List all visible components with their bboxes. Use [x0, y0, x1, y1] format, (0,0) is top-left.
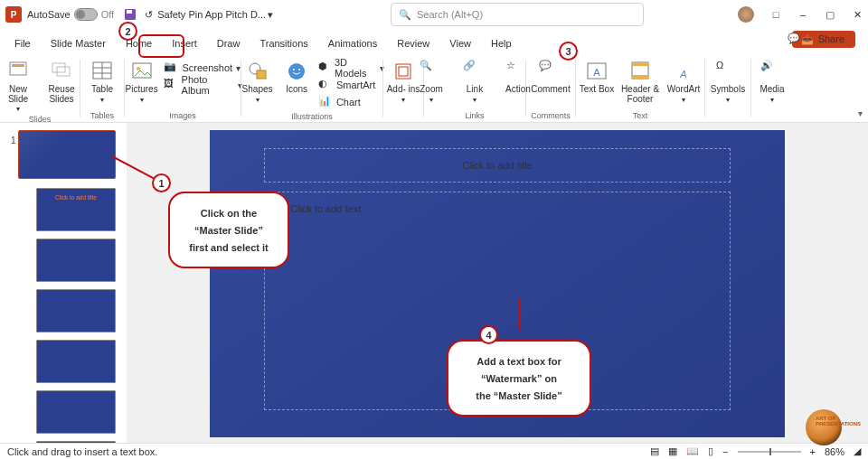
wordart-button[interactable]: AWordArt▾ [664, 58, 703, 104]
search-input[interactable]: 🔍 Search (Alt+Q) [391, 3, 644, 26]
menu-transitions[interactable]: Transitions [258, 34, 309, 54]
svg-rect-18 [399, 67, 408, 76]
slide-number: 1 [11, 136, 16, 145]
3d-models-button[interactable]: ⬢3D Models ▾ [318, 60, 384, 76]
zoom-in-icon[interactable]: + [810, 446, 816, 457]
header-footer-button[interactable]: Header & Footer [620, 58, 660, 104]
watermark-logo: ART OFPRESENTATIONS [787, 408, 861, 446]
svg-point-11 [137, 67, 140, 70]
photo-album-button[interactable]: 🖼Photo Album ▾ [164, 77, 242, 93]
menu-animations[interactable]: Animations [326, 34, 379, 54]
view-slideshow-icon[interactable]: ▯ [708, 445, 713, 457]
svg-rect-23 [632, 75, 648, 79]
layout-thumb-5[interactable] [36, 390, 116, 434]
autosave-state: Off [101, 9, 114, 20]
annotation-badge-4: 4 [479, 325, 498, 344]
ribbon-display-icon[interactable]: □ [770, 9, 781, 20]
autosave-label: AutoSave [27, 9, 71, 20]
media-button[interactable]: 🔊Media▾ [752, 58, 792, 104]
minimize-icon[interactable]: – [797, 9, 808, 20]
group-label-images: Images [169, 109, 196, 120]
zoom-out-icon[interactable]: − [722, 446, 728, 457]
annotation-badge-1: 1 [152, 173, 171, 192]
group-label-links: Links [465, 109, 484, 120]
text-box-button[interactable]: AText Box [577, 58, 617, 95]
document-title[interactable]: Safety Pin App Pitch D... [157, 9, 266, 20]
group-label-illus: Illustrations [291, 110, 333, 121]
autosave-toggle[interactable]: AutoSave Off [27, 8, 114, 21]
layout-thumb-2[interactable] [36, 239, 116, 282]
svg-rect-22 [632, 62, 648, 66]
annotation-badge-3: 3 [559, 42, 578, 61]
view-reading-icon[interactable]: 📖 [686, 445, 699, 457]
svg-rect-13 [257, 70, 266, 79]
layout-thumb-3[interactable] [36, 289, 116, 333]
menu-review[interactable]: Review [395, 34, 431, 54]
svg-text:A: A [679, 69, 686, 80]
menu-insert[interactable]: Insert [170, 34, 199, 54]
annotation-leader-4 [518, 298, 520, 331]
annotation-badge-2: 2 [118, 22, 137, 41]
smartart-button[interactable]: ◐SmartArt [318, 77, 384, 93]
menu-help[interactable]: Help [489, 34, 514, 54]
chart-button[interactable]: 📊Chart [318, 94, 384, 110]
group-label-comments: Comments [531, 109, 571, 120]
status-text: Click and drag to insert a text box. [7, 446, 157, 457]
new-slide-button[interactable]: New Slide▾ [0, 58, 38, 113]
share-button[interactable]: 📤 Share [792, 31, 855, 48]
view-sorter-icon[interactable]: ▦ [668, 445, 677, 457]
title-placeholder[interactable]: Click to add title [264, 148, 731, 183]
menu-file[interactable]: File [13, 34, 33, 54]
comment-button[interactable]: 💬Comment [531, 58, 571, 95]
ribbon: New Slide▾ Reuse Slides Slides Table▾ Ta… [0, 54, 868, 123]
layout-thumb-1[interactable]: Click to add title [36, 188, 116, 231]
menu-view[interactable]: View [448, 34, 473, 54]
group-label-tables: Tables [90, 109, 114, 120]
svg-point-16 [298, 69, 300, 70]
app-icon: P [5, 6, 22, 23]
search-placeholder: Search (Alt+Q) [417, 9, 483, 20]
toggle-icon[interactable] [74, 8, 98, 21]
svg-rect-3 [12, 64, 24, 67]
reuse-slides-button: Reuse Slides [42, 58, 81, 104]
layout-thumb-4[interactable] [36, 340, 116, 383]
zoom-value[interactable]: 86% [825, 446, 844, 457]
svg-rect-1 [127, 10, 132, 14]
view-normal-icon[interactable]: ▤ [650, 445, 659, 457]
user-avatar[interactable] [738, 6, 754, 23]
comments-button[interactable]: 💬 [788, 33, 800, 44]
svg-rect-5 [57, 67, 70, 76]
svg-point-15 [293, 69, 295, 70]
table-button[interactable]: Table▾ [82, 58, 122, 104]
menu-draw[interactable]: Draw [215, 34, 242, 54]
svg-text:A: A [593, 67, 600, 78]
master-slide-thumb[interactable] [18, 130, 116, 179]
maximize-icon[interactable]: ▢ [825, 9, 835, 20]
icons-button[interactable]: Icons [278, 58, 315, 95]
save-icon[interactable] [123, 7, 137, 22]
zoom-button[interactable]: 🔍Zoom▾ [411, 58, 451, 104]
menu-slide-master[interactable]: Slide Master [49, 34, 108, 54]
zoom-slider[interactable] [738, 451, 801, 453]
annotation-callout-1: Click on the “Master Slide” first and se… [168, 192, 289, 268]
fit-icon[interactable]: ◢ [854, 445, 861, 457]
svg-point-14 [288, 63, 305, 80]
collapse-ribbon-icon[interactable]: ▾ [858, 108, 863, 118]
workspace: 1 Click to add title Click to add title … [0, 123, 868, 443]
symbols-button[interactable]: ΩSymbols▾ [708, 58, 748, 104]
status-bar: Click and drag to insert a text box. ▤ ▦… [0, 443, 868, 459]
shapes-button[interactable]: Shapes▾ [240, 58, 276, 104]
svg-rect-4 [52, 63, 65, 72]
close-icon[interactable]: ✕ [852, 9, 863, 20]
svg-rect-17 [396, 64, 410, 79]
pictures-button[interactable]: Pictures▾ [123, 58, 161, 104]
link-button[interactable]: 🔗Link▾ [455, 58, 495, 104]
annotation-callout-4: Add a text box for “Watermark” on the “M… [447, 340, 591, 417]
slide-thumbnails[interactable]: 1 Click to add title Click to add title [0, 123, 127, 443]
undo-icon[interactable]: ↺ [141, 7, 156, 22]
group-label-text: Text [633, 109, 648, 120]
